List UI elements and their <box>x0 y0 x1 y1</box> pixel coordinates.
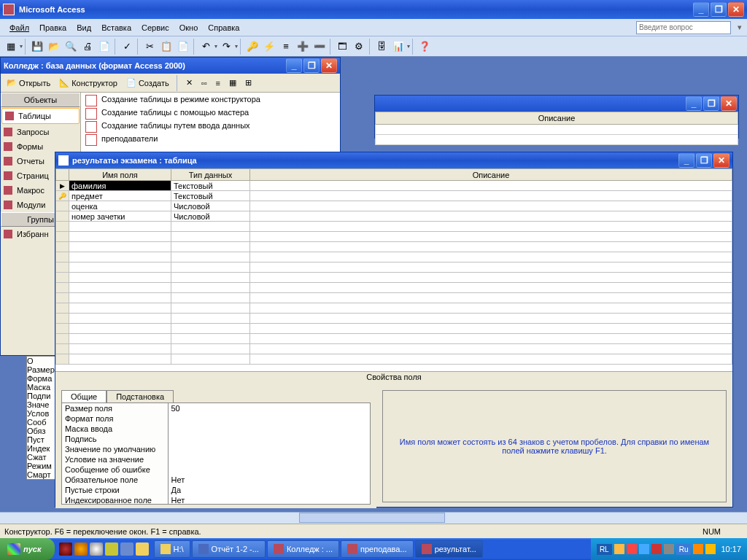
bg-minimize-button[interactable]: _ <box>686 96 702 111</box>
tray-icon[interactable] <box>705 544 716 554</box>
prop-value[interactable] <box>168 464 370 475</box>
dropdown-icon[interactable]: ▾ <box>732 21 743 34</box>
field-type-cell[interactable]: Числовой <box>171 201 250 211</box>
prop-value[interactable] <box>168 434 370 444</box>
clock[interactable]: 10:17 <box>721 545 741 553</box>
copy-icon[interactable]: 📋 <box>158 39 174 55</box>
db-maximize-button[interactable]: ❐ <box>303 58 320 73</box>
db-minimize-button[interactable]: _ <box>286 58 302 73</box>
maximize-button[interactable]: ❐ <box>711 2 727 17</box>
field-name-cell[interactable]: номер зачетки <box>69 211 171 222</box>
menu-tools[interactable]: Сервис <box>136 22 174 34</box>
start-button[interactable]: пуск <box>0 538 55 560</box>
prop-value[interactable]: Нет <box>168 475 370 485</box>
row-selector[interactable] <box>56 211 69 222</box>
prop-value[interactable]: Да <box>168 485 370 495</box>
db-view3-icon[interactable]: ▦ <box>226 77 239 89</box>
menu-insert[interactable]: Вставка <box>96 22 136 34</box>
close-button[interactable]: ✕ <box>728 2 744 17</box>
help-icon[interactable]: ❓ <box>417 39 433 55</box>
preview-icon[interactable]: 📄 <box>96 39 112 55</box>
tray-icon[interactable] <box>693 544 703 554</box>
help-question-input[interactable] <box>636 21 731 34</box>
field-desc-cell[interactable] <box>250 211 732 222</box>
db-open-button[interactable]: 📂Открыть <box>4 77 53 89</box>
field-desc-cell[interactable] <box>250 191 732 201</box>
bg-close-button[interactable]: ✕ <box>721 96 737 111</box>
list-item[interactable]: Создание таблицы в режиме конструктора <box>81 93 340 106</box>
tab-general[interactable]: Общие <box>61 390 107 402</box>
tray-icon[interactable] <box>651 544 662 554</box>
sidebar-item-tables[interactable]: Таблицы <box>1 108 80 124</box>
db-view2-icon[interactable]: ≡ <box>213 77 223 89</box>
field-name-cell[interactable]: фамилия <box>69 181 171 191</box>
key-icon[interactable]: 🔑 <box>244 39 260 55</box>
db-close-button[interactable]: ✕ <box>321 58 337 73</box>
list-item[interactable]: Создание таблицы с помощью мастера <box>81 106 340 119</box>
field-name-cell[interactable]: оценка <box>69 201 171 211</box>
ql-icon[interactable] <box>90 542 103 556</box>
field-desc-cell[interactable] <box>250 201 732 211</box>
taskbar-button[interactable]: Колледж : ... <box>267 540 339 558</box>
ql-icon[interactable] <box>136 542 149 556</box>
menu-file[interactable]: Файл <box>4 22 34 34</box>
tab-lookup[interactable]: Подстановка <box>107 390 174 402</box>
cut-icon[interactable]: ✂ <box>142 39 158 55</box>
field-desc-cell[interactable] <box>250 181 732 191</box>
row-selector[interactable]: ▶ <box>56 181 69 191</box>
sidebar-item-queries[interactable]: Запросы <box>1 125 80 139</box>
insertrow-icon[interactable]: ➕ <box>295 39 311 55</box>
properties-icon[interactable]: 🗔 <box>334 39 350 55</box>
folder-icon[interactable]: 📂 <box>46 39 62 55</box>
undo-icon[interactable]: ↶ <box>198 39 214 55</box>
prop-value[interactable] <box>168 444 370 454</box>
taskbar-button[interactable]: результат... <box>415 540 483 558</box>
spell-icon[interactable]: ✓ <box>119 39 135 55</box>
prop-value[interactable] <box>168 454 370 464</box>
db-design-button[interactable]: 📐Конструктор <box>56 77 120 89</box>
tw-close-button[interactable]: ✕ <box>713 153 729 168</box>
property-grid[interactable]: Размер поля50 Формат поля Маска ввода По… <box>61 402 371 505</box>
field-type-cell[interactable]: Текстовый <box>171 181 250 191</box>
db-create-button[interactable]: 📄Создать <box>123 77 172 89</box>
rows-icon[interactable]: ≡ <box>278 39 294 55</box>
scrollbar-thumb[interactable] <box>299 513 445 523</box>
prop-value[interactable] <box>168 424 370 434</box>
tray-icon[interactable] <box>627 544 637 554</box>
row-selector[interactable] <box>56 201 69 211</box>
list-item[interactable]: Создание таблицы путем ввода данных <box>81 119 340 132</box>
newobj-icon[interactable]: 📊 <box>390 39 406 55</box>
redo-icon[interactable]: ↷ <box>218 39 234 55</box>
minimize-button[interactable]: _ <box>693 2 709 17</box>
tray-icon[interactable] <box>664 544 674 554</box>
field-type-cell[interactable]: Текстовый <box>171 191 250 201</box>
tw-minimize-button[interactable]: _ <box>678 153 694 168</box>
row-selector[interactable]: 🔑 <box>56 191 69 201</box>
ql-icon[interactable] <box>120 542 133 556</box>
taskbar-button[interactable]: H:\ <box>154 540 190 558</box>
field-type-cell[interactable]: Числовой <box>171 211 250 222</box>
deleterow-icon[interactable]: ➖ <box>311 39 328 55</box>
lang-indicator[interactable]: RL <box>597 544 612 555</box>
tray-icon[interactable] <box>614 544 624 554</box>
lightning-icon[interactable]: ⚡ <box>261 39 277 55</box>
ql-icon[interactable] <box>59 542 72 556</box>
ql-icon[interactable] <box>105 542 118 556</box>
paste-icon[interactable]: 📄 <box>175 39 191 55</box>
menu-edit[interactable]: Правка <box>34 22 71 34</box>
field-name-cell[interactable]: предмет <box>69 191 171 201</box>
tw-maximize-button[interactable]: ❐ <box>696 153 712 168</box>
field-grid[interactable]: Имя поля Тип данных Описание ▶фамилияТек… <box>55 168 732 371</box>
db-delete-button[interactable]: ✕ <box>183 77 196 89</box>
view-icon[interactable]: ▦ <box>3 39 19 55</box>
prop-value[interactable]: Нет <box>168 495 370 505</box>
menu-window[interactable]: Окно <box>174 22 204 34</box>
prop-value[interactable]: 50 <box>168 403 370 413</box>
db-view4-icon[interactable]: ⊞ <box>242 77 255 89</box>
menu-view[interactable]: Вид <box>71 22 96 34</box>
tray-icon[interactable] <box>639 544 649 554</box>
ql-icon[interactable] <box>74 542 88 556</box>
print-icon[interactable]: 🖨 <box>80 39 96 55</box>
taskbar-button[interactable]: преподава... <box>341 540 414 558</box>
prop-value[interactable] <box>168 413 370 424</box>
